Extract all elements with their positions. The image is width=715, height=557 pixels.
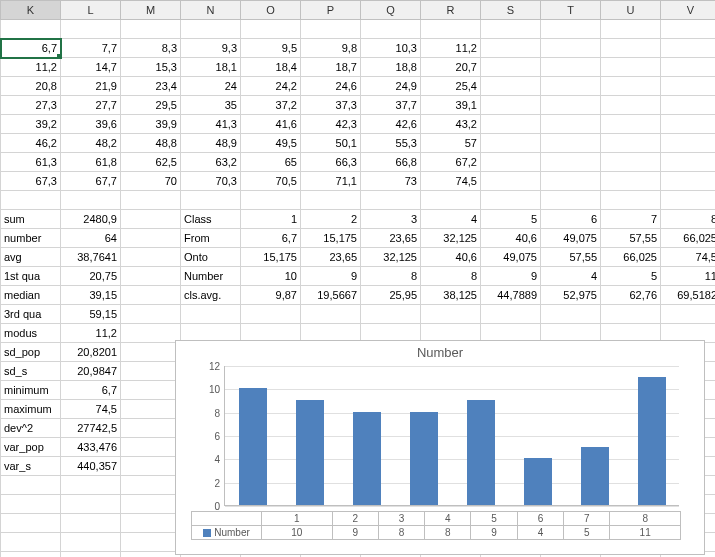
cell[interactable]: sum <box>1 210 61 229</box>
cell[interactable] <box>481 134 541 153</box>
cell[interactable]: 39,6 <box>61 115 121 134</box>
cell[interactable] <box>1 20 61 39</box>
cell[interactable]: 63,2 <box>181 153 241 172</box>
column-header[interactable]: V <box>661 1 716 20</box>
cell[interactable] <box>121 495 181 514</box>
cell[interactable] <box>121 533 181 552</box>
cell[interactable]: 23,65 <box>361 229 421 248</box>
cell[interactable] <box>121 267 181 286</box>
cell[interactable]: 6 <box>541 210 601 229</box>
cell[interactable] <box>421 305 481 324</box>
cell[interactable]: 59,15 <box>61 305 121 324</box>
cell[interactable]: 2 <box>301 210 361 229</box>
column-header[interactable]: Q <box>361 1 421 20</box>
cell[interactable]: 6,7 <box>61 381 121 400</box>
cell[interactable]: 18,7 <box>301 58 361 77</box>
column-header[interactable]: U <box>601 1 661 20</box>
cell[interactable] <box>481 305 541 324</box>
cell[interactable] <box>121 20 181 39</box>
cell[interactable] <box>241 20 301 39</box>
cell[interactable]: 35 <box>181 96 241 115</box>
cell[interactable] <box>601 39 661 58</box>
cell[interactable]: 18,1 <box>181 58 241 77</box>
column-header[interactable]: M <box>121 1 181 20</box>
chart-bar[interactable] <box>353 412 381 505</box>
cell[interactable]: 46,2 <box>1 134 61 153</box>
cell[interactable]: 9,8 <box>301 39 361 58</box>
cell[interactable] <box>541 77 601 96</box>
cell[interactable] <box>601 134 661 153</box>
cell[interactable]: dev^2 <box>1 419 61 438</box>
cell[interactable] <box>61 495 121 514</box>
cell[interactable] <box>301 305 361 324</box>
cell[interactable] <box>121 457 181 476</box>
cell[interactable]: 57,55 <box>541 248 601 267</box>
cell[interactable]: 37,7 <box>361 96 421 115</box>
cell[interactable] <box>1 552 61 558</box>
cell[interactable] <box>61 191 121 210</box>
cell[interactable] <box>661 115 716 134</box>
cell[interactable]: 20,8201 <box>61 343 121 362</box>
cell[interactable]: modus <box>1 324 61 343</box>
cell[interactable]: 5 <box>481 210 541 229</box>
cell[interactable] <box>661 134 716 153</box>
cell[interactable]: 14,7 <box>61 58 121 77</box>
cell[interactable] <box>61 20 121 39</box>
cell[interactable]: 48,2 <box>61 134 121 153</box>
cell[interactable]: 38,7641 <box>61 248 121 267</box>
cell[interactable] <box>481 20 541 39</box>
column-header[interactable]: R <box>421 1 481 20</box>
cell[interactable] <box>661 96 716 115</box>
cell[interactable] <box>661 77 716 96</box>
cell[interactable]: 10,3 <box>361 39 421 58</box>
cell[interactable] <box>121 514 181 533</box>
cell[interactable]: 10 <box>241 267 301 286</box>
cell[interactable]: 55,3 <box>361 134 421 153</box>
cell[interactable]: 25,95 <box>361 286 421 305</box>
cell[interactable]: 25,4 <box>421 77 481 96</box>
cell[interactable] <box>541 39 601 58</box>
cell[interactable] <box>361 305 421 324</box>
cell[interactable]: 67,7 <box>61 172 121 191</box>
cell[interactable]: 18,8 <box>361 58 421 77</box>
cell[interactable]: 11,2 <box>61 324 121 343</box>
column-header[interactable]: N <box>181 1 241 20</box>
cell[interactable]: var_pop <box>1 438 61 457</box>
cell[interactable]: 24,2 <box>241 77 301 96</box>
cell[interactable]: 6,7 <box>1 39 61 58</box>
cell[interactable]: 433,476 <box>61 438 121 457</box>
cell[interactable]: 62,76 <box>601 286 661 305</box>
cell[interactable]: 18,4 <box>241 58 301 77</box>
cell[interactable]: 39,15 <box>61 286 121 305</box>
cell[interactable]: 41,6 <box>241 115 301 134</box>
cell[interactable]: 7 <box>601 210 661 229</box>
chart-bar[interactable] <box>638 377 666 505</box>
cell[interactable]: 27742,5 <box>61 419 121 438</box>
cell[interactable]: 65 <box>241 153 301 172</box>
cell[interactable]: 15,175 <box>301 229 361 248</box>
cell[interactable]: number <box>1 229 61 248</box>
cell[interactable]: 440,357 <box>61 457 121 476</box>
cell[interactable] <box>121 362 181 381</box>
chart-bar[interactable] <box>239 388 267 505</box>
cell[interactable] <box>121 552 181 558</box>
cell[interactable] <box>121 286 181 305</box>
cell[interactable] <box>541 58 601 77</box>
cell[interactable]: 32,125 <box>421 229 481 248</box>
chart-bar[interactable] <box>410 412 438 505</box>
cell[interactable] <box>661 153 716 172</box>
cell[interactable] <box>1 191 61 210</box>
cell[interactable]: 20,7 <box>421 58 481 77</box>
cell[interactable]: 69,5182 <box>661 286 716 305</box>
cell[interactable] <box>601 58 661 77</box>
cell[interactable]: 57,55 <box>601 229 661 248</box>
cell[interactable]: 21,9 <box>61 77 121 96</box>
cell[interactable]: 67,2 <box>421 153 481 172</box>
cell[interactable]: sd_s <box>1 362 61 381</box>
cell[interactable]: 27,7 <box>61 96 121 115</box>
cell[interactable]: 11,2 <box>421 39 481 58</box>
cell[interactable]: 9,5 <box>241 39 301 58</box>
chart-bar[interactable] <box>296 400 324 505</box>
cell[interactable]: 62,5 <box>121 153 181 172</box>
cell[interactable]: 39,1 <box>421 96 481 115</box>
